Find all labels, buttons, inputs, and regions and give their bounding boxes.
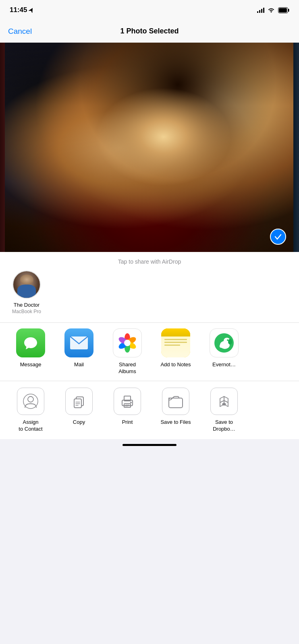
mail-label: Mail	[74, 361, 84, 368]
app-share-row: Message Mail	[0, 323, 299, 381]
evernote-elephant-icon	[214, 333, 234, 353]
message-bubble-icon	[22, 334, 39, 352]
printer-icon	[119, 393, 135, 409]
status-bar: 11:45	[0, 0, 299, 20]
folder-icon	[168, 394, 184, 409]
airdrop-contacts: The Doctor MacBook Pro	[8, 270, 291, 318]
share-app-notes[interactable]: Add to Notes	[152, 328, 200, 375]
airdrop-label: Tap to share with AirDrop	[8, 258, 291, 265]
contact-device: MacBook Pro	[12, 309, 41, 314]
message-label: Message	[20, 361, 42, 368]
photo-right-edge	[293, 43, 299, 252]
evernote-icon	[210, 328, 239, 357]
share-app-mail[interactable]: Mail	[55, 328, 103, 375]
action-save-dropbox[interactable]: Save toDropbo…	[200, 388, 248, 433]
battery-icon	[278, 7, 289, 13]
action-save-files[interactable]: Save to Files	[152, 388, 200, 433]
copy-label: Copy	[73, 419, 85, 426]
svg-rect-4	[279, 8, 287, 12]
svg-point-12	[124, 340, 131, 346]
page-title: 1 Photo Selected	[120, 27, 179, 35]
dropbox-icon	[210, 388, 238, 415]
home-indicator	[0, 439, 299, 453]
share-app-shared-albums[interactable]: SharedAlbums	[103, 328, 152, 375]
airdrop-contact[interactable]: The Doctor MacBook Pro	[12, 270, 41, 314]
action-assign-contact[interactable]: Assignto Contact	[6, 388, 55, 433]
save-files-label: Save to Files	[160, 419, 191, 426]
photos-icon	[113, 328, 142, 357]
assign-contact-label: Assignto Contact	[19, 419, 42, 433]
save-dropbox-label: Save toDropbo…	[213, 419, 235, 433]
print-icon	[114, 388, 141, 415]
checkmark-icon	[274, 232, 282, 241]
mail-icon	[64, 328, 93, 357]
avatar	[12, 270, 41, 299]
photos-flower-icon	[116, 332, 139, 354]
wifi-icon	[268, 7, 275, 13]
notes-icon	[161, 328, 190, 357]
photo-strip	[0, 43, 299, 252]
save-files-icon	[162, 388, 189, 415]
share-app-evernote[interactable]: Evernot…	[200, 328, 248, 375]
status-icons	[257, 7, 289, 13]
action-copy[interactable]: Copy	[55, 388, 103, 433]
share-app-message[interactable]: Message	[6, 328, 55, 375]
svg-point-1	[271, 11, 272, 12]
shared-albums-label: SharedAlbums	[118, 361, 136, 375]
svg-rect-3	[288, 9, 289, 12]
mail-envelope-icon	[69, 336, 89, 350]
dropbox-diamond-icon	[216, 394, 232, 409]
copy-documents-icon	[71, 394, 87, 409]
contact-name: The Doctor	[14, 302, 39, 308]
header: Cancel 1 Photo Selected	[0, 20, 299, 43]
add-to-notes-label: Add to Notes	[160, 361, 191, 368]
assign-contact-icon	[17, 388, 44, 415]
time-label: 11:45	[10, 6, 27, 14]
svg-point-19	[28, 396, 33, 402]
share-sheet: Tap to share with AirDrop The Doctor Mac…	[0, 252, 299, 439]
location-arrow-icon	[29, 7, 34, 13]
action-row: Assignto Contact Copy	[0, 381, 299, 439]
svg-rect-21	[74, 399, 81, 408]
svg-marker-0	[29, 7, 34, 13]
svg-point-17	[228, 339, 232, 345]
cancel-button[interactable]: Cancel	[8, 27, 32, 36]
photo-left-edge	[0, 43, 5, 252]
evernote-label: Evernot…	[212, 361, 236, 368]
message-icon	[16, 328, 45, 357]
status-time: 11:45	[10, 6, 34, 14]
home-bar	[123, 444, 176, 446]
person-icon	[23, 393, 39, 409]
print-label: Print	[122, 419, 133, 426]
copy-icon	[65, 388, 93, 415]
svg-point-30	[130, 402, 132, 403]
airdrop-section: Tap to share with AirDrop The Doctor Mac…	[0, 252, 299, 323]
selection-checkmark[interactable]	[270, 229, 286, 245]
photo-main[interactable]	[5, 43, 293, 252]
signal-icon	[257, 7, 264, 13]
action-print[interactable]: Print	[103, 388, 152, 433]
avatar-image	[13, 271, 40, 298]
photo-dog	[5, 43, 293, 252]
